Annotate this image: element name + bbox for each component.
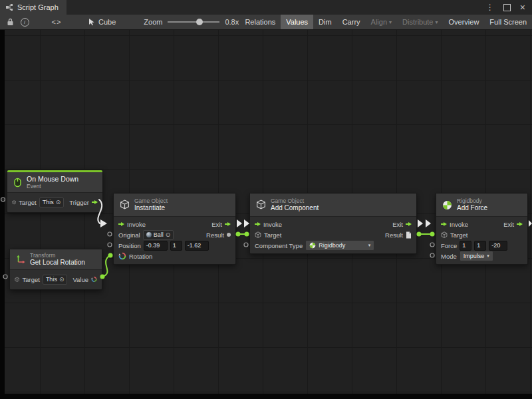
rotation-type-icon bbox=[91, 275, 97, 283]
trigger-port-label: Trigger bbox=[69, 199, 89, 206]
zoom-slider-knob[interactable] bbox=[196, 19, 203, 25]
node-header: Rigidbody Add Force bbox=[436, 194, 527, 217]
tab-script-graph[interactable]: Script Graph bbox=[0, 0, 66, 15]
sphere-icon bbox=[146, 232, 152, 237]
port-row: Target This ⊙ Value bbox=[10, 272, 102, 287]
force-port-label: Force bbox=[441, 242, 457, 249]
dim-button[interactable]: Dim bbox=[313, 15, 337, 29]
port-row: Position -0.39 1 -1.62 bbox=[114, 240, 235, 251]
node-title: On Mouse Down bbox=[27, 175, 78, 184]
force-y-field[interactable]: 1 bbox=[474, 241, 486, 251]
align-button[interactable]: Align▾ bbox=[366, 15, 397, 29]
object-picker-icon[interactable]: ⊙ bbox=[56, 200, 61, 205]
result-port-label: Result bbox=[385, 231, 403, 239]
exit-port-label: Exit bbox=[503, 221, 514, 228]
force-mode-dropdown[interactable]: Impulse ▾ bbox=[460, 251, 493, 261]
original-port-label: Original bbox=[118, 231, 140, 239]
zoom-value: 0.8x bbox=[225, 18, 239, 26]
zoom-slider[interactable] bbox=[168, 15, 219, 29]
graph-toolbar: i <> Cube Zoom 0.8x Relations Values Dim… bbox=[0, 15, 532, 30]
node-category: Rigidbody bbox=[457, 198, 487, 204]
carry-button[interactable]: Carry bbox=[337, 15, 366, 29]
close-icon[interactable]: × bbox=[520, 3, 525, 12]
distribute-button[interactable]: Distribute▾ bbox=[397, 15, 443, 29]
target-port-label: Target bbox=[264, 231, 281, 239]
flow-row: Invoke Exit bbox=[114, 219, 235, 229]
node-get-local-rotation[interactable]: Transform Get Local Rotation Target This… bbox=[9, 249, 102, 290]
exit-port-label: Exit bbox=[211, 221, 222, 228]
object-picker-icon[interactable]: ⊙ bbox=[59, 277, 65, 283]
overview-button[interactable]: Overview bbox=[444, 15, 485, 29]
flow-in-arrow-icon[interactable] bbox=[255, 222, 261, 226]
game-object-icon bbox=[15, 276, 19, 283]
window-menu-icon[interactable]: ⋮ bbox=[486, 3, 494, 11]
target-port-label: Target bbox=[22, 276, 39, 283]
node-title: Get Local Rotation bbox=[30, 259, 85, 267]
target-object-field[interactable]: This ⊙ bbox=[43, 275, 68, 285]
flow-row: Invoke Exit bbox=[250, 219, 416, 229]
node-title: Add Component bbox=[271, 204, 319, 212]
dropdown-caret-icon: ▾ bbox=[389, 19, 392, 25]
port-row: Mode Impulse ▾ bbox=[436, 251, 527, 261]
node-header: Transform Get Local Rotation bbox=[10, 249, 102, 270]
dropdown-caret-icon: ▾ bbox=[368, 243, 371, 248]
tab-label: Script Graph bbox=[17, 3, 59, 11]
relations-button[interactable]: Relations bbox=[239, 15, 281, 29]
rotation-type-icon bbox=[118, 252, 126, 260]
port-row: Target bbox=[436, 229, 527, 240]
flow-out-arrow-icon[interactable] bbox=[406, 222, 412, 226]
node-header: Game Object Instantiate bbox=[114, 194, 235, 217]
port-row: Rotation bbox=[114, 251, 235, 261]
port-row: Target Result bbox=[250, 229, 416, 240]
values-button[interactable]: Values bbox=[281, 15, 313, 29]
maximize-icon[interactable] bbox=[503, 4, 511, 11]
code-icon[interactable]: <> bbox=[49, 15, 64, 29]
force-x-field[interactable]: 1 bbox=[460, 241, 471, 251]
flow-out-arrow-icon[interactable] bbox=[225, 222, 231, 226]
rotation-port-label: Rotation bbox=[129, 253, 152, 260]
node-on-mouse-down[interactable]: On Mouse Down Event Target This ⊙ Trigge… bbox=[7, 170, 103, 213]
port-row: Target This ⊙ Trigger bbox=[7, 195, 102, 209]
node-add-force[interactable]: Rigidbody Add Force Invoke Exit Target F… bbox=[436, 193, 528, 265]
dropdown-caret-icon: ▾ bbox=[436, 19, 438, 25]
flow-in-arrow-icon[interactable] bbox=[441, 222, 447, 226]
object-picker-icon[interactable]: ⊙ bbox=[166, 232, 171, 238]
result-port-label: Result bbox=[206, 231, 224, 239]
game-object-icon bbox=[255, 231, 261, 239]
node-title: Add Force bbox=[457, 204, 487, 212]
info-icon[interactable]: i bbox=[17, 15, 32, 29]
invoke-port-label: Invoke bbox=[127, 221, 146, 228]
port-row: Component Type Rigidbody ▾ bbox=[250, 240, 416, 251]
port-row: Original Ball ⊙ Result bbox=[114, 229, 235, 240]
flow-in-arrow-icon[interactable] bbox=[118, 222, 124, 226]
position-y-field[interactable]: 1 bbox=[170, 241, 182, 251]
flow-row: Invoke Exit bbox=[436, 219, 527, 229]
original-object-field[interactable]: Ball ⊙ bbox=[143, 230, 174, 240]
rigidbody-icon bbox=[442, 200, 452, 210]
toolbar-buttons: Relations Values Dim Carry Align▾ Distri… bbox=[239, 15, 532, 29]
node-subtitle: Event bbox=[27, 183, 78, 190]
position-x-field[interactable]: -0.39 bbox=[144, 241, 168, 251]
flow-out-arrow-icon[interactable] bbox=[92, 200, 98, 204]
zoom-slider-track[interactable] bbox=[168, 21, 219, 23]
rigidbody-icon bbox=[309, 242, 316, 249]
node-category: Game Object bbox=[134, 198, 168, 204]
node-instantiate[interactable]: Game Object Instantiate Invoke Exit Orig… bbox=[113, 193, 236, 265]
exit-port-label: Exit bbox=[392, 221, 403, 228]
position-port-label: Position bbox=[118, 242, 141, 249]
target-object-field[interactable]: This ⊙ bbox=[39, 198, 65, 207]
fullscreen-button[interactable]: Full Screen bbox=[484, 15, 532, 29]
window-controls: ⋮ × bbox=[486, 3, 532, 12]
position-z-field[interactable]: -1.62 bbox=[185, 241, 209, 251]
lock-icon[interactable] bbox=[3, 15, 17, 29]
canvas-left-edge bbox=[0, 29, 5, 399]
script-graph-icon bbox=[5, 3, 13, 11]
transform-icon bbox=[16, 255, 25, 264]
force-z-field[interactable]: -20 bbox=[489, 241, 507, 251]
flow-out-arrow-icon[interactable] bbox=[517, 222, 523, 226]
node-add-component[interactable]: Game Object Add Component Invoke Exit Ta… bbox=[249, 193, 417, 254]
component-type-dropdown[interactable]: Rigidbody ▾ bbox=[305, 240, 374, 251]
node-category: Transform bbox=[30, 252, 85, 259]
node-header: Game Object Add Component bbox=[250, 194, 416, 217]
invoke-port-label: Invoke bbox=[263, 221, 282, 228]
